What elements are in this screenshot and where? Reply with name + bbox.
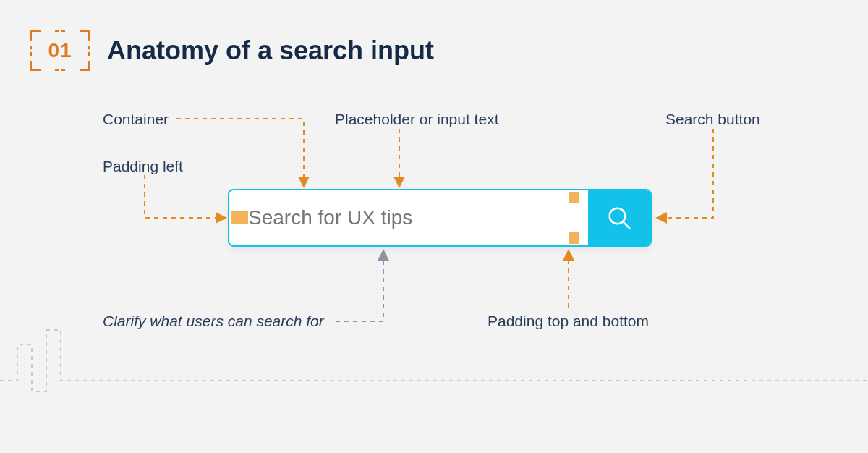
- padding-left-marker: [231, 211, 248, 224]
- search-input[interactable]: [229, 190, 588, 245]
- search-container: [228, 189, 652, 247]
- label-clarify: Clarify what users can search for: [103, 313, 324, 330]
- label-search-button: Search button: [665, 111, 760, 128]
- label-placeholder: Placeholder or input text: [335, 111, 498, 128]
- label-padding-tb: Padding top and bottom: [488, 313, 649, 330]
- section-number: 01: [48, 39, 72, 62]
- padding-bottom-marker: [569, 232, 579, 244]
- label-padding-left: Padding left: [103, 158, 183, 175]
- section-number-badge: 01: [30, 30, 90, 71]
- svg-point-0: [610, 208, 626, 224]
- decorative-wave: [0, 323, 868, 410]
- label-container: Container: [103, 111, 169, 128]
- diagram-header: 01 Anatomy of a search input: [30, 30, 434, 71]
- padding-top-marker: [569, 192, 579, 203]
- svg-line-1: [624, 222, 630, 229]
- search-icon: [605, 203, 634, 232]
- search-button[interactable]: [588, 190, 650, 245]
- diagram-title: Anatomy of a search input: [107, 35, 434, 66]
